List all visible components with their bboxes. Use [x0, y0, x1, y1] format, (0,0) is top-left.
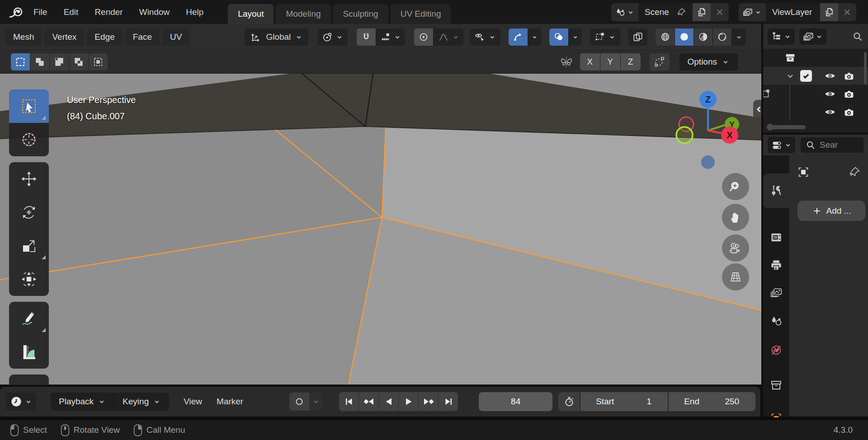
tool-cursor[interactable]: [9, 123, 49, 156]
jump-to-end-button[interactable]: [439, 392, 458, 411]
menu-help[interactable]: Help: [178, 0, 212, 24]
blender-logo-icon[interactable]: [7, 5, 25, 20]
collection-checkbox[interactable]: [800, 70, 812, 82]
autokey-settings-dropdown[interactable]: [309, 393, 323, 411]
outliner-row-collection[interactable]: [763, 67, 868, 85]
select-set-button[interactable]: [11, 53, 30, 70]
play-button[interactable]: [399, 392, 418, 411]
outliner-horizontal-scrollbar[interactable]: [768, 125, 806, 129]
show-overlays-toggle[interactable]: [549, 28, 568, 46]
shading-settings-dropdown[interactable]: [731, 28, 746, 46]
camera-restrict-icon[interactable]: [843, 106, 855, 118]
hide-eye-icon[interactable]: [824, 70, 836, 82]
camera-restrict-icon[interactable]: [843, 88, 855, 100]
timeline-editor-type-dropdown[interactable]: [6, 393, 36, 411]
toolbar-clipped-button[interactable]: [9, 374, 49, 384]
keying-menu[interactable]: Keying: [114, 393, 169, 411]
tool-transform[interactable]: [9, 262, 49, 296]
menu-face[interactable]: Face: [125, 28, 160, 46]
select-extend-button[interactable]: [30, 53, 49, 70]
viewport-perspective-toggle[interactable]: [722, 263, 749, 290]
menu-file[interactable]: File: [25, 0, 56, 24]
outliner-vertical-scrollbar[interactable]: [864, 52, 867, 84]
menu-edit[interactable]: Edit: [56, 0, 87, 24]
mesh-edit-overlays-dropdown[interactable]: [590, 28, 620, 46]
properties-editor-type-dropdown[interactable]: [768, 137, 795, 153]
mirror-z-button[interactable]: Z: [621, 53, 641, 70]
pivot-point-dropdown[interactable]: [317, 28, 348, 46]
tab-viewlayer-properties[interactable]: [763, 280, 789, 305]
viewport-canvas[interactable]: Z Y X User Perspective (84) Cube.007: [0, 74, 761, 384]
menu-window[interactable]: Window: [131, 0, 178, 24]
xray-toggle[interactable]: [628, 28, 647, 46]
outliner-filter-dropdown[interactable]: [799, 28, 826, 45]
proportional-falloff-dropdown[interactable]: [433, 28, 463, 46]
marker-menu[interactable]: Marker: [209, 397, 250, 407]
playback-menu[interactable]: Playback: [51, 393, 114, 411]
scene-unlink-button[interactable]: [711, 3, 729, 21]
proportional-editing-toggle[interactable]: [414, 28, 433, 46]
outliner-row-scene-collection[interactable]: [763, 49, 868, 67]
scene-new-button[interactable]: [693, 3, 711, 21]
viewport-zoom-button[interactable]: [722, 173, 749, 200]
select-intersect-button[interactable]: [89, 53, 108, 70]
pin-icon[interactable]: [676, 7, 686, 17]
viewlayer-browse-button[interactable]: [739, 3, 766, 21]
expand-chevron-icon[interactable]: [785, 70, 796, 81]
jump-to-start-button[interactable]: [339, 392, 359, 411]
menu-render[interactable]: Render: [86, 0, 131, 24]
next-keyframe-button[interactable]: [419, 392, 438, 411]
tool-move[interactable]: [9, 162, 49, 196]
scene-name-field[interactable]: Scene: [638, 3, 693, 21]
play-reverse-button[interactable]: [379, 392, 398, 411]
tool-annotate[interactable]: [9, 302, 49, 335]
overlays-settings-dropdown[interactable]: [568, 28, 582, 46]
outliner-display-mode-dropdown[interactable]: [768, 28, 795, 45]
visibility-dropdown[interactable]: [470, 28, 500, 46]
frame-end-field[interactable]: End 250: [669, 392, 755, 411]
tab-layout[interactable]: Layout: [228, 4, 274, 24]
use-preview-range-toggle[interactable]: [558, 392, 580, 411]
select-subtract-button[interactable]: [50, 53, 69, 70]
properties-search-input[interactable]: Sear: [801, 137, 863, 153]
axis-minus-z-ball[interactable]: [701, 155, 715, 169]
tab-uv-editing[interactable]: UV Editing: [391, 4, 451, 24]
menu-uv[interactable]: UV: [162, 28, 189, 46]
sidebar-collapse-toggle[interactable]: [753, 100, 761, 119]
camera-restrict-icon[interactable]: [843, 70, 855, 82]
tab-modeling[interactable]: Modeling: [276, 4, 330, 24]
scene-browse-button[interactable]: [611, 3, 638, 21]
tab-render-properties[interactable]: [763, 225, 789, 250]
tool-rotate[interactable]: [9, 196, 49, 229]
outliner-row-object-1[interactable]: [763, 85, 868, 103]
menu-mesh[interactable]: Mesh: [5, 28, 42, 46]
hide-eye-icon[interactable]: [824, 106, 836, 118]
frame-start-field[interactable]: Start 1: [580, 392, 668, 411]
tab-world-properties[interactable]: [763, 337, 789, 363]
menu-edge[interactable]: Edge: [87, 28, 122, 46]
tab-output-properties[interactable]: [763, 253, 789, 278]
autokey-toggle[interactable]: [289, 393, 309, 411]
hide-eye-icon[interactable]: [824, 88, 836, 100]
tab-scene-properties[interactable]: [763, 309, 789, 334]
shading-rendered-button[interactable]: [712, 28, 731, 46]
gizmo-settings-dropdown[interactable]: [528, 28, 541, 46]
mirror-x-button[interactable]: X: [580, 53, 600, 70]
select-difference-button[interactable]: [69, 53, 88, 70]
tab-tool-properties[interactable]: [763, 173, 789, 208]
outliner-row-object-2[interactable]: [763, 103, 868, 121]
viewlayer-name-field[interactable]: ViewLayer: [766, 3, 820, 21]
tool-scale[interactable]: [9, 229, 49, 262]
show-gizmo-toggle[interactable]: [509, 28, 528, 46]
viewport-pan-button[interactable]: [722, 204, 749, 231]
mirror-y-button[interactable]: Y: [600, 53, 620, 70]
shading-material-button[interactable]: [693, 28, 712, 46]
tab-sculpting[interactable]: Sculpting: [333, 4, 388, 24]
tool-measure[interactable]: [9, 335, 49, 369]
transform-orientation-dropdown[interactable]: Global: [245, 28, 308, 46]
shading-wireframe-button[interactable]: [656, 28, 675, 46]
pin-icon[interactable]: [848, 166, 861, 178]
previous-keyframe-button[interactable]: [359, 392, 378, 411]
viewlayer-remove-button[interactable]: [838, 3, 856, 21]
tab-collection-properties[interactable]: [763, 373, 789, 398]
